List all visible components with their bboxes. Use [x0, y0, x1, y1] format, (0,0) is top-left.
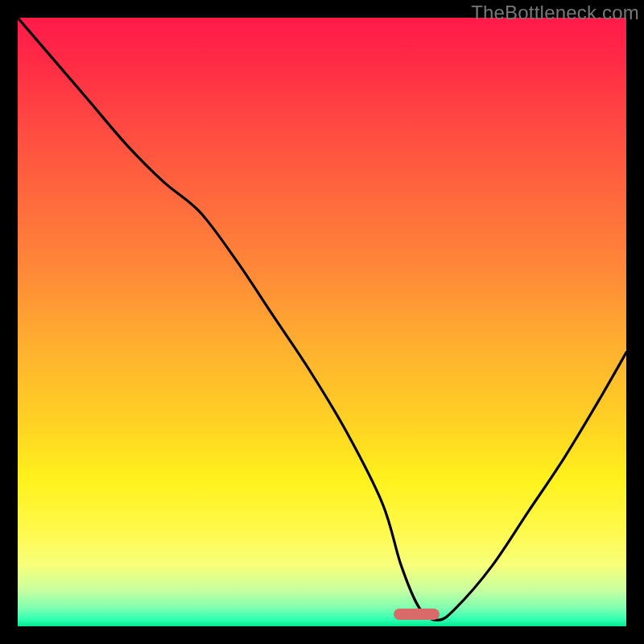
- watermark-text: TheBottleneck.com: [471, 2, 639, 24]
- bottleneck-curve: [18, 18, 626, 626]
- optimal-range-marker: [394, 609, 440, 620]
- plot-frame: [18, 18, 626, 626]
